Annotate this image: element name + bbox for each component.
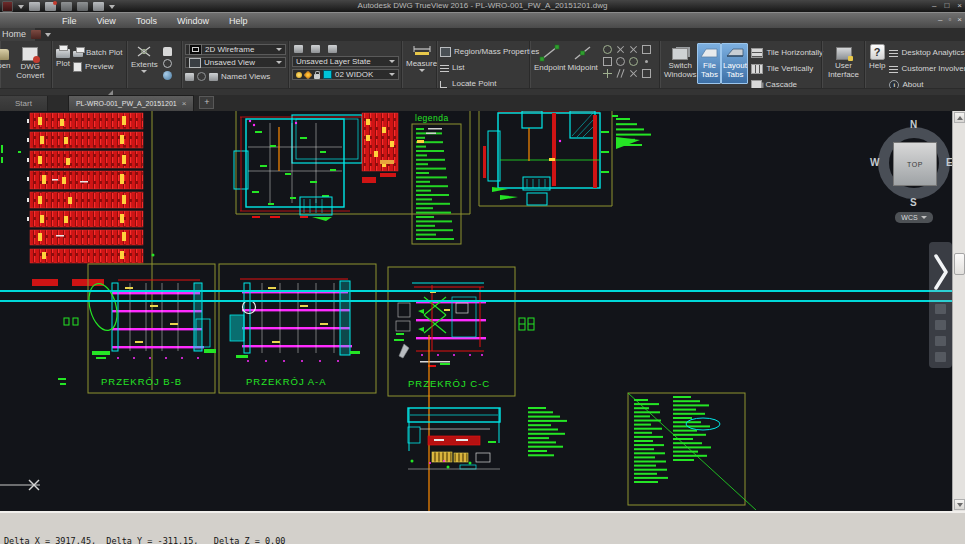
tile-horizontally-button[interactable]: Tile Horizontally bbox=[751, 46, 823, 59]
new-view-icon[interactable] bbox=[209, 73, 218, 81]
command-line-panel[interactable]: Delta X = 3917.45, Delta Y = -311.15, De… bbox=[0, 511, 965, 544]
open-button[interactable]: Open bbox=[0, 43, 12, 71]
floor-plan-2[interactable] bbox=[483, 111, 609, 205]
menu-tools[interactable]: Tools bbox=[126, 16, 167, 26]
navbar-wheel-icon[interactable] bbox=[935, 352, 946, 362]
section-cc-panel[interactable]: PRZEKRÓJ C-C bbox=[388, 267, 515, 396]
navbar-expand-chevron-icon[interactable] bbox=[929, 250, 952, 298]
ribbon-overflow-caret-icon[interactable] bbox=[45, 33, 51, 37]
mdi-restore-button[interactable]: ▫ bbox=[948, 15, 951, 24]
maximize-button[interactable]: □ bbox=[944, 0, 949, 11]
layer-caret-icon bbox=[389, 73, 395, 76]
scrollbar-thumb[interactable] bbox=[954, 253, 965, 275]
midpoint-button[interactable]: Midpoint bbox=[567, 43, 599, 73]
minimize-button[interactable]: – bbox=[932, 0, 936, 11]
switch-windows-button[interactable]: Switch Windows bbox=[663, 43, 697, 80]
help-button[interactable]: ? Help bbox=[868, 43, 886, 71]
menu-help[interactable]: Help bbox=[219, 16, 258, 26]
notes-sheet[interactable] bbox=[628, 393, 756, 510]
file-tabs-button[interactable]: File Tabs bbox=[697, 43, 721, 84]
customer-involvement-button[interactable]: Customer Involvement bbox=[889, 62, 965, 75]
snap-tangent-icon[interactable] bbox=[629, 57, 638, 66]
plot-button[interactable]: Plot bbox=[55, 43, 71, 69]
tab-close-icon[interactable]: × bbox=[182, 96, 187, 112]
dwg-convert-button[interactable]: DWG Convert bbox=[12, 43, 49, 81]
ribbon-tab-home[interactable]: Home bbox=[0, 28, 35, 41]
preview-button[interactable]: Preview bbox=[73, 60, 122, 73]
snap-node-icon[interactable] bbox=[603, 57, 612, 66]
orbit-icon[interactable] bbox=[163, 59, 172, 68]
view-dropdown[interactable]: Unsaved View bbox=[185, 57, 286, 68]
navbar-orbit-icon[interactable] bbox=[935, 336, 946, 346]
snap-center-icon[interactable] bbox=[603, 45, 612, 54]
region-mass-button[interactable]: Region/Mass Properties bbox=[440, 45, 539, 58]
batch-plot-printer-icon bbox=[73, 51, 83, 57]
measure-caret-icon bbox=[419, 69, 425, 72]
snap-perpendicular-icon[interactable] bbox=[603, 69, 612, 78]
section-aa-panel[interactable]: PRZEKRÓJ A-A bbox=[219, 264, 376, 393]
tab-start[interactable]: Start bbox=[0, 96, 48, 111]
bottom-elevation[interactable] bbox=[408, 408, 500, 469]
notes-bottom-center[interactable] bbox=[528, 407, 567, 456]
viewcube-top-face[interactable]: TOP bbox=[893, 142, 937, 186]
drawing-canvas[interactable]: legenda bbox=[0, 111, 965, 511]
close-button[interactable]: × bbox=[957, 0, 962, 11]
vertical-scrollbar[interactable] bbox=[952, 111, 965, 511]
snap-quadrant-icon[interactable] bbox=[616, 57, 625, 66]
visual-style-dropdown[interactable]: 2D Wireframe bbox=[185, 44, 286, 55]
menu-window[interactable]: Window bbox=[167, 16, 219, 26]
desktop-analytics-button[interactable]: Desktop Analytics bbox=[889, 46, 965, 59]
floor-plan-1[interactable] bbox=[234, 115, 364, 221]
layer-isolate-icon[interactable] bbox=[328, 45, 337, 53]
pan-icon[interactable] bbox=[163, 47, 172, 56]
viewcube-north[interactable]: N bbox=[910, 119, 917, 130]
steeringwheel-icon[interactable] bbox=[163, 71, 172, 80]
zoom-extents-button[interactable]: Extents bbox=[130, 43, 159, 74]
list-button[interactable]: List bbox=[440, 61, 539, 74]
mdi-minimize-button[interactable]: – bbox=[938, 15, 942, 24]
legend-panel[interactable]: legenda bbox=[412, 113, 461, 244]
navbar-zoom-icon[interactable] bbox=[935, 320, 946, 330]
batch-plot-button[interactable]: Batch Plot bbox=[73, 46, 122, 59]
snap-settings-icon[interactable] bbox=[642, 69, 651, 78]
snap-apparent-icon[interactable] bbox=[629, 45, 638, 54]
menu-file[interactable]: File bbox=[52, 16, 87, 26]
panel-file: Open DWG Convert bbox=[0, 41, 52, 88]
new-tab-button[interactable]: + bbox=[199, 96, 214, 109]
viewcube-west[interactable]: W bbox=[870, 157, 879, 168]
camera-icon[interactable] bbox=[197, 72, 206, 81]
layer-properties-icon[interactable] bbox=[294, 45, 303, 53]
user-interface-button[interactable]: User Interface bbox=[825, 43, 862, 80]
red-schedule-blocks[interactable] bbox=[1, 113, 143, 286]
wcs-button[interactable]: WCS bbox=[895, 212, 933, 223]
notes-top-right[interactable] bbox=[612, 115, 651, 149]
endpoint-button[interactable]: Endpoint bbox=[533, 43, 567, 73]
named-views-label[interactable]: Named Views bbox=[221, 72, 270, 81]
scroll-up-button[interactable] bbox=[954, 112, 965, 123]
title-bar: Autodesk DWG TrueView 2016 - PL-WRO-001_… bbox=[0, 0, 965, 12]
layer-color-swatch bbox=[323, 70, 332, 79]
scroll-down-button[interactable] bbox=[954, 499, 965, 510]
viewcube-south[interactable]: S bbox=[910, 197, 917, 208]
tab-drawing[interactable]: PL-WRO-001_PW_A_20151201 × bbox=[68, 95, 194, 111]
measure-button[interactable]: Measure bbox=[405, 43, 438, 73]
layout-tabs-button[interactable]: Layout Tabs bbox=[721, 43, 748, 84]
snap-parallel-icon[interactable] bbox=[616, 69, 625, 78]
navbar-pan-icon[interactable] bbox=[935, 304, 946, 314]
layer-state-icon[interactable] bbox=[311, 45, 320, 53]
snap-extension-icon[interactable] bbox=[629, 69, 638, 78]
section-bb-label: PRZEKRÓJ B-B bbox=[101, 376, 182, 387]
layer-dropdown[interactable]: 02 WIDOK bbox=[292, 69, 399, 80]
mdi-close-button[interactable]: × bbox=[957, 15, 962, 24]
tile-vertically-button[interactable]: Tile Vertically bbox=[751, 62, 823, 75]
view-manager-icon[interactable] bbox=[185, 73, 194, 81]
layer-state-dropdown[interactable]: Unsaved Layer State bbox=[292, 56, 399, 67]
red-table[interactable] bbox=[362, 113, 398, 183]
ribbon-overflow-icon[interactable] bbox=[31, 30, 41, 39]
snap-insert-icon[interactable] bbox=[642, 45, 651, 54]
section-cc-label: PRZEKRÓJ C-C bbox=[408, 378, 490, 389]
snap-intersection-icon[interactable] bbox=[616, 45, 625, 54]
menu-view[interactable]: View bbox=[87, 16, 126, 26]
snap-nearest-icon[interactable] bbox=[642, 57, 651, 66]
convert-icon bbox=[22, 47, 38, 61]
